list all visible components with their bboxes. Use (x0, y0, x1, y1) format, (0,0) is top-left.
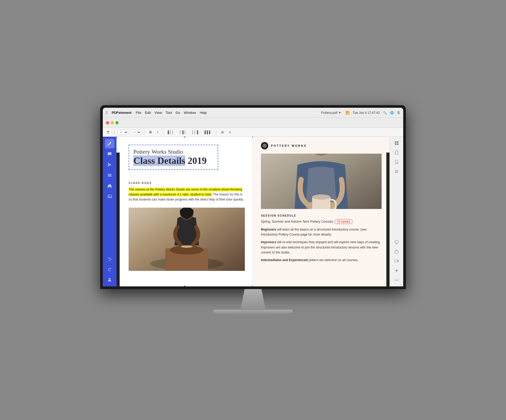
svg-rect-0 (108, 174, 111, 174)
menu-icon[interactable]: ☰ (397, 111, 400, 115)
file-menu[interactable]: File (136, 111, 141, 115)
go-menu[interactable]: Go (176, 111, 180, 115)
svg-rect-24 (395, 170, 398, 171)
app-name-menu[interactable]: PDFelement (112, 111, 132, 115)
right-lines-icon[interactable] (392, 167, 401, 176)
title-selected-text: Class Details (133, 155, 185, 166)
close-button[interactable] (106, 121, 109, 124)
sidebar-edit-icon[interactable] (105, 139, 114, 148)
align-left-button[interactable]: ▌▏▏ (166, 130, 177, 135)
svg-rect-22 (395, 143, 396, 145)
dropdown-chevron-icon[interactable]: ▾ (339, 111, 341, 115)
right-panel (390, 137, 403, 286)
list-button[interactable]: ≡ (227, 130, 232, 135)
svg-point-4 (109, 196, 109, 197)
title-selection-box[interactable]: Pottery Works Studio Class Details 2019 (129, 145, 218, 170)
weeks-badge: 10 weeks (334, 219, 353, 224)
title-bar (103, 118, 403, 128)
font-size-select[interactable]: — (130, 130, 141, 135)
svg-rect-1 (108, 175, 111, 175)
sidebar-comment-icon[interactable] (105, 149, 114, 159)
left-border-decoration (116, 153, 120, 286)
app-window: T — — B I ▌▏▏ ▏▌▏ ▏▏▌ ▌▌▌ (103, 118, 403, 286)
improvers-label: Improvers (261, 240, 276, 244)
wifi-icon: 📶 (346, 111, 349, 115)
main-area: Pottery Works Studio Class Details 2019 … (103, 137, 403, 286)
beginners-text: will learn all the basics on a structure… (261, 228, 367, 236)
align-right-button[interactable]: ▏▏▌ (191, 130, 201, 135)
language-icon[interactable]: 🌐 (390, 111, 394, 115)
svg-rect-21 (397, 141, 398, 143)
session-schedule-header: SESSION SCHEDULE (261, 214, 382, 217)
bold-button[interactable]: B (148, 130, 153, 135)
svg-rect-20 (395, 141, 396, 143)
svg-rect-23 (397, 143, 398, 145)
sidebar-home-icon[interactable] (105, 181, 114, 191)
sidebar-undo-icon[interactable] (105, 254, 114, 263)
session-intro-text: Spring, Summer and Autumn Term Pottery C… (261, 220, 333, 223)
traffic-lights (106, 121, 119, 124)
font-family-select[interactable]: — (118, 130, 128, 135)
monitor-stand (232, 289, 274, 310)
window-menu[interactable]: Window (184, 111, 196, 115)
align-center-button[interactable]: ▏▌▏ (178, 130, 189, 135)
minimize-button[interactable] (111, 121, 114, 124)
sidebar-user-icon[interactable] (105, 275, 114, 284)
right-bookmark-icon[interactable] (392, 158, 401, 166)
italic-button[interactable]: I (155, 130, 160, 135)
right-page-up-icon[interactable] (392, 247, 401, 256)
text-tool-button[interactable]: T (105, 130, 111, 135)
table-insert-button[interactable]: ⊞ (220, 130, 225, 135)
pdf-area: Pottery Works Studio Class Details 2019 … (116, 137, 390, 286)
intermediates-text: potters are welcome on all courses, (308, 258, 358, 262)
title-year: 2019 (185, 155, 207, 166)
pottery-wheel-image (129, 208, 245, 271)
toolbar: T — — B I ▌▏▏ ▏▌▏ ▏▏▌ ▌▌▌ (103, 128, 403, 137)
apple-logo-icon:  (106, 110, 108, 115)
pottery-mug-image (261, 154, 382, 209)
intermediates-section: Intermediates and Experienced potters ar… (261, 258, 382, 263)
right-doc-icon[interactable] (392, 148, 401, 157)
sidebar-redo-icon[interactable] (105, 264, 114, 274)
edit-menu[interactable]: Edit (145, 111, 151, 115)
pdf-right-page: POTTERY WORKS (253, 137, 390, 286)
sidebar-send-icon[interactable] (105, 160, 114, 169)
right-grid-icon[interactable] (392, 139, 401, 147)
right-border-decoration (386, 153, 390, 286)
toolbar-separator-4 (216, 130, 216, 135)
search-icon[interactable]: 🔍 (383, 111, 387, 115)
maximize-button[interactable] (115, 121, 119, 124)
svg-point-18 (312, 194, 330, 199)
svg-point-5 (109, 278, 110, 280)
right-minus-icon[interactable] (392, 276, 401, 284)
title-line-1: Pottery Works Studio (133, 148, 213, 155)
svg-rect-2 (108, 176, 111, 177)
improvers-text: will re-visit techniques they enjoyed an… (261, 240, 381, 254)
align-justify-button[interactable]: ▌▌▌ (203, 130, 213, 135)
brand-name-text: POTTERY WORKS (271, 144, 307, 147)
right-page-down-icon[interactable] (392, 238, 401, 246)
pdf-file-icon: 📄 (315, 111, 319, 115)
session-intro: Spring, Summer and Autumn Term Pottery C… (261, 219, 382, 224)
pdf-left-page: Pottery Works Studio Class Details 2019 … (116, 137, 253, 286)
class-sizes-header: CLASS SIZES (129, 182, 245, 184)
toolbar-separator-3 (163, 130, 163, 135)
help-menu[interactable]: Help (200, 111, 207, 115)
left-sidebar (103, 137, 116, 286)
brand-header: POTTERY WORKS (261, 142, 382, 149)
monitor-base (213, 310, 293, 315)
svg-rect-27 (395, 260, 397, 262)
toolbar-separator-2 (144, 130, 145, 135)
pottery-wheel-scene (129, 208, 245, 271)
system-menubar:  PDFelement File Edit View Tool Go Wind… (103, 108, 403, 118)
beginners-label: Beginners (261, 228, 276, 231)
pottery-works-logo (261, 142, 268, 149)
sidebar-image-icon[interactable] (105, 192, 114, 201)
right-add-icon[interactable] (392, 266, 401, 275)
svg-point-13 (264, 145, 265, 146)
tool-menu[interactable]: Tool (166, 111, 172, 115)
file-title[interactable]: Pottery.pdf (321, 111, 337, 115)
right-image-replace-icon[interactable] (392, 257, 401, 265)
sidebar-list-icon[interactable] (105, 170, 114, 180)
view-menu[interactable]: View (154, 111, 162, 115)
